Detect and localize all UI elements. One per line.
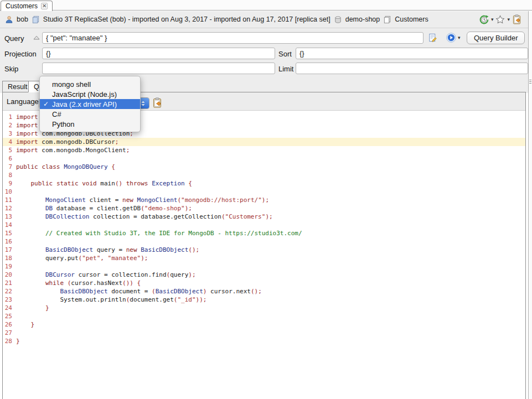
line-number: 13 — [3, 213, 16, 221]
user-icon — [4, 15, 14, 24]
user-name: bob — [17, 15, 28, 23]
code-line-text: } — [16, 320, 34, 329]
code-line[interactable]: 28} — [3, 337, 525, 345]
collapse-triangle-icon[interactable] — [32, 34, 41, 41]
caret-down-icon[interactable]: ▾ — [491, 17, 494, 22]
code-editor[interactable]: 1import com.mongodb.BasicDBObject;2impor… — [3, 111, 525, 399]
code-line[interactable]: 15 // Created with Studio 3T, the IDE fo… — [3, 229, 525, 237]
code-line[interactable]: 26 } — [3, 320, 525, 329]
line-number: 20 — [3, 271, 16, 279]
collection-icon — [383, 15, 392, 24]
toolbar-actions: ▾ ▾ — [479, 14, 528, 25]
code-line[interactable]: 5import com.mongodb.MongoClient; — [3, 146, 525, 154]
line-number: 27 — [3, 329, 16, 337]
code-line[interactable]: 25 — [3, 312, 525, 320]
language-menu-item[interactable]: ✓Java (2.x driver API) — [40, 99, 140, 109]
line-number: 17 — [3, 246, 16, 254]
line-number: 2 — [3, 121, 16, 129]
code-line-text: System.out.println(document.get("_id")); — [16, 296, 206, 304]
star-icon[interactable] — [495, 14, 505, 25]
query-label: Query — [4, 34, 24, 43]
code-line[interactable]: 10 — [3, 188, 525, 196]
tab-customers[interactable]: Customers ✕ — [1, 1, 53, 11]
code-line-text: import com.mongodb.DBCursor; — [16, 138, 118, 146]
code-line[interactable]: 4import com.mongodb.DBCursor; — [3, 138, 525, 146]
history-clock-icon[interactable] — [479, 14, 489, 25]
language-menu-item[interactable]: JavaScript (Node.js) — [40, 89, 140, 99]
code-line[interactable]: 23 System.out.println(document.get("_id"… — [3, 296, 525, 304]
code-line[interactable]: 14 — [3, 221, 525, 229]
language-menu-item[interactable]: C# — [40, 109, 140, 119]
line-number: 10 — [3, 188, 16, 196]
code-line-text: query.put("pet", "manatee"); — [16, 254, 148, 262]
line-number: 15 — [3, 229, 16, 237]
code-line[interactable]: 21 while (cursor.hasNext()) { — [3, 279, 525, 287]
code-line[interactable]: 27 — [3, 329, 525, 337]
copy-code-clipboard-icon[interactable] — [152, 97, 163, 108]
code-line[interactable]: 12 DB database = client.getDB("demo-shop… — [3, 204, 525, 213]
code-line[interactable]: 9 public static void main() throws Excep… — [3, 179, 525, 188]
code-line[interactable]: 8 — [3, 171, 525, 179]
line-number: 25 — [3, 312, 16, 320]
language-menu: mongo shellJavaScript (Node.js)✓Java (2.… — [39, 76, 141, 132]
rail-grip-handle[interactable] — [529, 79, 531, 85]
code-line[interactable]: 22 BasicDBObject document = (BasicDBObje… — [3, 287, 525, 296]
query-builder-button[interactable]: Query Builder — [467, 32, 525, 44]
code-line[interactable]: 24 } — [3, 304, 525, 312]
run-play-icon[interactable] — [446, 32, 457, 43]
code-line[interactable]: 6 — [3, 154, 525, 163]
code-line[interactable]: 13 DBCollection collection = database.ge… — [3, 213, 525, 221]
check-icon: ✓ — [43, 100, 52, 108]
connection-documents-icon — [31, 15, 40, 24]
right-collapsed-panel-rail[interactable] — [528, 11, 532, 399]
line-number: 5 — [3, 146, 16, 154]
caret-down-icon[interactable]: ▾ — [458, 35, 461, 40]
line-number: 21 — [3, 279, 16, 287]
collection-name: Customers — [395, 15, 428, 23]
language-menu-item[interactable]: mongo shell — [40, 79, 140, 89]
code-line[interactable]: 18 query.put("pet", "manatee"); — [3, 254, 525, 262]
line-number: 6 — [3, 154, 16, 163]
tab-customers-label: Customers — [6, 2, 38, 10]
line-number: 1 — [3, 113, 16, 121]
database-cylinder-icon — [333, 15, 343, 24]
code-line-text: } — [16, 304, 49, 312]
document-tabbar: Customers ✕ — [0, 0, 532, 11]
close-icon[interactable]: ✕ — [41, 3, 48, 9]
edit-document-icon[interactable] — [427, 32, 438, 43]
line-number: 11 — [3, 196, 16, 204]
code-line[interactable]: 20 DBCursor cursor = collection.find(que… — [3, 271, 525, 279]
language-menu-item-label: JavaScript (Node.js) — [52, 90, 117, 99]
code-line-text: BasicDBObject document = (BasicDBObject)… — [16, 287, 262, 296]
code-line[interactable]: 16 — [3, 237, 525, 246]
caret-down-icon[interactable]: ▾ — [507, 17, 510, 22]
line-number: 23 — [3, 296, 16, 304]
line-number: 9 — [3, 179, 16, 188]
limit-label: Limit — [278, 65, 293, 73]
code-line[interactable]: 17 BasicDBObject query = new BasicDBObje… — [3, 246, 525, 254]
line-number: 24 — [3, 304, 16, 312]
projection-label: Projection — [4, 50, 37, 58]
code-line-text: // Created with Studio 3T, the IDE for M… — [16, 229, 302, 237]
line-number: 28 — [3, 337, 16, 345]
sort-input[interactable] — [296, 48, 528, 59]
code-line[interactable]: 11 MongoClient client = new MongoClient(… — [3, 196, 525, 204]
code-line-text: DBCollection collection = database.getCo… — [16, 213, 273, 221]
code-line[interactable]: 19 — [3, 262, 525, 271]
projection-input[interactable] — [42, 48, 275, 59]
query-code-panel: Language: 1import com.mongodb.BasicDBObj… — [2, 92, 526, 399]
line-number: 22 — [3, 287, 16, 296]
line-number: 7 — [3, 163, 16, 171]
clipboard-paste-icon[interactable] — [512, 14, 522, 25]
line-number: 14 — [3, 221, 16, 229]
limit-input[interactable] — [296, 63, 528, 74]
code-line-text: public static void main() throws Excepti… — [16, 179, 192, 188]
code-line-text: DBCursor cursor = collection.find(query)… — [16, 271, 196, 279]
code-line[interactable]: 7public class MongoDBQuery { — [3, 163, 525, 171]
language-menu-item[interactable]: Python — [40, 119, 140, 129]
skip-input[interactable] — [42, 63, 275, 74]
query-input[interactable] — [42, 32, 423, 44]
language-menu-item-label: C# — [52, 110, 61, 118]
line-number: 4 — [3, 138, 16, 146]
connection-toolbar: bob Studio 3T ReplicaSet (bob) - importe… — [0, 11, 532, 28]
